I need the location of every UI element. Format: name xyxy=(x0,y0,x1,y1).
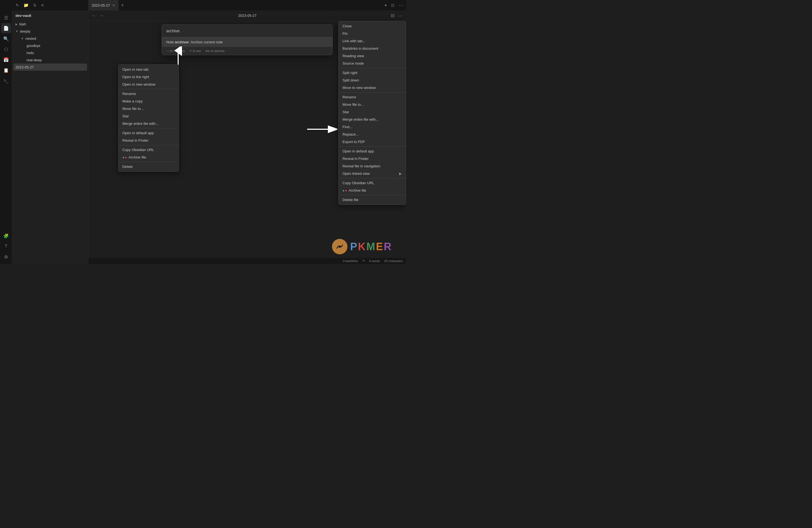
tree-label-2023-05-27: 2023-05-27 xyxy=(15,65,34,69)
ctx-right-delete[interactable]: Delete file xyxy=(338,196,406,204)
tree-label-real-deep: real-deep xyxy=(27,58,42,62)
pkmer-wordmark: PKMER xyxy=(350,241,392,253)
tree-label-hello: hello xyxy=(27,51,34,55)
nav-forward-button[interactable]: → xyxy=(99,13,104,18)
ribbon-icon-settings[interactable]: ⚙ xyxy=(1,252,11,262)
tree-item-nested[interactable]: ▼ nested xyxy=(13,35,87,42)
ctx-right-export-pdf[interactable]: Export to PDF xyxy=(338,138,406,146)
tab-bar: 2023-05-27 ✕ + ▾ ⊡ ⋯ xyxy=(88,0,406,11)
tab-dropdown-icon[interactable]: ▾ xyxy=(382,3,389,8)
ribbon-icon-search[interactable]: 🔍 xyxy=(1,34,11,44)
ctx-left-archive[interactable]: ●● Archive file xyxy=(118,153,179,161)
tree-label-nested: nested xyxy=(25,36,36,41)
ctx-right-merge[interactable]: Merge entire file with... xyxy=(338,116,406,123)
ctx-right-open-linked[interactable]: Open linked view ▶ xyxy=(338,170,406,177)
command-result[interactable]: Note archiver: Archive current note xyxy=(162,37,333,47)
nav-back-button[interactable]: ← xyxy=(92,13,96,18)
ctx-left-open-default[interactable]: Open in default app xyxy=(118,129,179,137)
layout-icon[interactable]: ⊡ xyxy=(389,3,396,8)
new-folder-icon[interactable]: 📁 xyxy=(23,2,30,9)
ribbon-icon-graph[interactable]: ⬡ xyxy=(1,44,11,54)
ctx-right-split-down[interactable]: Split down xyxy=(338,76,406,84)
ctx-left-merge[interactable]: Merge entire file with... xyxy=(118,120,179,127)
ctx-right-split-right[interactable]: Split right xyxy=(338,69,406,76)
archive-label-left: Archive file xyxy=(129,155,146,159)
ctx-right-move-file[interactable]: Move file to... xyxy=(338,101,406,108)
ctx-left-open-right[interactable]: Open to the right xyxy=(118,73,179,80)
ctx-right-link-tab[interactable]: Link with tab... xyxy=(338,37,406,45)
ctx-left-move-file[interactable]: Move file to... xyxy=(118,105,179,113)
pkmer-branding: PKMER xyxy=(332,239,392,254)
main-content: ← → 2023-05-27 ⊟ ⋯ Note archiver: Archiv… xyxy=(88,11,406,264)
archive-icon-right: ●● xyxy=(343,189,347,192)
more-options-icon[interactable]: ⋯ xyxy=(396,2,406,8)
command-input[interactable] xyxy=(162,25,333,37)
ctx-right-divider-3 xyxy=(338,146,406,147)
command-palette: Note archiver: Archive current note ↑↓ t… xyxy=(162,24,333,55)
ctx-left-open-new-tab[interactable]: Open in new tab xyxy=(118,66,179,73)
archive-icon-left: ●● xyxy=(122,156,127,159)
arrow-right xyxy=(304,125,337,134)
sort-icon[interactable]: ⇅ xyxy=(32,2,38,9)
ribbon-icon-templates[interactable]: 📋 xyxy=(1,65,11,75)
ribbon-icon-files[interactable]: 📄 xyxy=(1,23,11,33)
submenu-arrow-icon: ▶ xyxy=(399,172,402,176)
sidebar: dev-vault ▶ blah ▼ deeply ▼ nested goodb… xyxy=(12,11,88,264)
tab-close-icon[interactable]: ✕ xyxy=(112,4,115,7)
ctx-right-open-default[interactable]: Open in default app xyxy=(338,147,406,155)
ctx-right-divider-2 xyxy=(338,92,406,92)
new-note-icon[interactable]: ✎ xyxy=(14,2,20,9)
new-tab-button[interactable]: + xyxy=(118,0,127,11)
ribbon-icon-help[interactable]: ? xyxy=(1,241,11,251)
ctx-left-rename[interactable]: Rename xyxy=(118,90,179,98)
ribbon-icon-plugin[interactable]: 🧩 xyxy=(1,231,11,241)
tree-arrow-blah: ▶ xyxy=(15,23,18,26)
tree-item-blah[interactable]: ▶ blah xyxy=(13,20,87,28)
command-result-bold: archiver xyxy=(175,40,189,44)
tree-item-goodbye[interactable]: goodbye xyxy=(13,42,87,49)
ctx-right-find[interactable]: Find... xyxy=(338,123,406,131)
left-ribbon: ☰ 📄 🔍 ⬡ 📅 📋 >_ 🧩 ? ⚙ xyxy=(0,11,12,264)
ctx-right-rename[interactable]: Rename xyxy=(338,93,406,101)
ctx-left-star[interactable]: Star xyxy=(118,113,179,120)
pkmer-logo-svg xyxy=(334,240,346,253)
ctx-left-open-window[interactable]: Open in new window xyxy=(118,80,179,88)
ctx-left-delete[interactable]: Delete xyxy=(118,163,179,171)
ctx-left-divider-4 xyxy=(118,162,179,162)
backlinks-count: 0 backlinks xyxy=(343,259,358,263)
ctx-right-replace[interactable]: Replace... xyxy=(338,131,406,138)
editor-title: 2023-05-27 xyxy=(238,14,257,18)
ctx-right-source[interactable]: Source mode xyxy=(338,60,406,67)
ctx-left-copy-url[interactable]: Copy Obsidian URL xyxy=(118,146,179,153)
ctx-right-backlinks[interactable]: Backlinks in document xyxy=(338,45,406,52)
more-options-button[interactable]: ⋯ xyxy=(398,13,403,19)
tree-item-real-deep[interactable]: real-deep xyxy=(13,56,87,63)
command-hint-bar: ↑↓ to navigate ↵ to use esc to dismiss xyxy=(162,47,333,55)
ctx-left-reveal-finder[interactable]: Reveal in Finder xyxy=(118,137,179,144)
tree-item-hello[interactable]: hello xyxy=(13,49,87,56)
ctx-left-make-copy[interactable]: Make a copy xyxy=(118,98,179,105)
close-sidebar-icon[interactable]: ✕ xyxy=(40,2,45,9)
ribbon-icon-sidebar[interactable]: ☰ xyxy=(1,13,11,23)
tab-2023-05-27[interactable]: 2023-05-27 ✕ xyxy=(88,0,118,11)
ctx-right-pin[interactable]: Pin xyxy=(338,30,406,37)
context-menu-right: Close Pin Link with tab... Backlinks in … xyxy=(338,21,406,205)
ctx-right-reading[interactable]: Reading view xyxy=(338,52,406,60)
status-bar: 0 backlinks ✎ 6 words 25 characters xyxy=(88,258,406,264)
tree-label-goodbye: goodbye xyxy=(27,44,40,48)
ctx-right-move-window[interactable]: Move to new window xyxy=(338,84,406,91)
ctx-right-copy-url[interactable]: Copy Obsidian URL xyxy=(338,179,406,187)
arrow-right-svg xyxy=(304,125,337,133)
ribbon-icon-calendar[interactable]: 📅 xyxy=(1,55,11,64)
editor-header: ← → 2023-05-27 ⊟ ⋯ xyxy=(88,11,406,21)
ctx-right-close[interactable]: Close xyxy=(338,23,406,30)
tree-item-deeply[interactable]: ▼ deeply xyxy=(13,28,87,35)
ctx-right-archive[interactable]: ●● Archive file xyxy=(338,187,406,194)
ctx-right-reveal-finder[interactable]: Reveal in Finder xyxy=(338,155,406,162)
split-view-icon[interactable]: ⊟ xyxy=(391,13,394,18)
ribbon-icon-terminal[interactable]: >_ xyxy=(1,76,11,86)
ctx-right-star[interactable]: Star xyxy=(338,108,406,116)
tree-item-2023-05-27[interactable]: 2023-05-27 xyxy=(13,63,87,71)
hint-use: ↵ to use xyxy=(189,49,201,53)
ctx-right-reveal-nav[interactable]: Reveal file in navigation xyxy=(338,162,406,170)
